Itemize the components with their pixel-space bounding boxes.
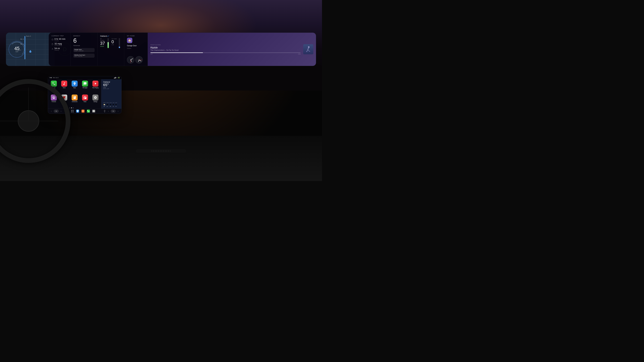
page-dot-2-active[interactable] (71, 107, 72, 108)
app-nowplaying[interactable]: Now Playing (90, 81, 100, 94)
music-app-icon (61, 81, 67, 87)
clock-hour-hand-2 (138, 60, 139, 62)
page-dot-1[interactable] (70, 107, 70, 108)
speedometer: 45 mph (8, 41, 25, 58)
calendar-day-name: Monday (73, 35, 94, 37)
carplay-weather-temp: 65° (103, 83, 120, 87)
dock-grid-button[interactable] (70, 109, 74, 113)
svg-rect-17 (71, 111, 72, 112)
clock-center-2 (139, 60, 139, 60)
nowplaying-app-icon (92, 81, 98, 87)
home-widget: My Home 🏠 Garage Door Closed (124, 33, 148, 66)
dock-keyboard-icon (92, 110, 95, 113)
clock-icon (52, 38, 54, 40)
maps-app-label: Maps (73, 87, 76, 88)
app-settings[interactable]: Settings (90, 94, 100, 108)
trip-duration-row: 0 hr 40 min Duration (52, 38, 68, 41)
nowplaying-app-label: Now Playing (92, 87, 98, 88)
now-playing-total-time: -5:53 (298, 53, 300, 55)
uv-index-bar-fill (119, 46, 120, 48)
carplay-date: Mon Jun 6 (53, 77, 58, 78)
hourly-1am: 1AM 🌧 70° (112, 102, 114, 107)
network-label: 5G (116, 77, 118, 78)
carplay-weather-widget: Oakland 65° Clear H:72° L:55° 10PM ⛅ 65°… (101, 79, 122, 109)
steering-wheel-spoke (0, 121, 58, 121)
now-playing-times: 3:07 -5:53 (150, 53, 300, 55)
settings-app-icon (92, 94, 98, 100)
air-quality-value: 37 (100, 41, 106, 45)
fan-icon-button[interactable] (103, 109, 106, 113)
carplay-weather-city: Oakland (103, 81, 120, 83)
app-radio[interactable]: Radio (80, 94, 90, 108)
trip-distance-row: 54 mi Distance (52, 47, 68, 51)
carplay-hourly-forecast: 10PM ⛅ 65° 11PM 🌥 67° 12AM 🌧 68° 1AM 🌧 (103, 102, 120, 107)
carplay-weather-desc: Clear (103, 87, 120, 88)
clock-minute-hand (131, 58, 133, 60)
svg-line-12 (307, 49, 309, 49)
calendar-event-2[interactable]: Weekly Goal Sync 2:30 – 3:30 PM (73, 54, 94, 58)
now-playing-progress-bar[interactable] (150, 52, 300, 53)
now-playing-artist: The Chainsmokers – So Far So Good (150, 49, 300, 51)
carplay-status-icons: 5G 🔋 (114, 77, 120, 78)
dock-maps[interactable] (76, 109, 79, 113)
event-2-name: Weekly Goal Sync (74, 54, 94, 56)
carplay-statusbar: 9:41 Mon Jun 6 5G 🔋 (48, 76, 122, 79)
calendar-day-number: 6 (73, 38, 94, 44)
dock-phone-icon (87, 110, 90, 113)
home-device-status: Closed (127, 48, 145, 49)
weather-grid: Air Quality 37 Good UV Index 0 Low (100, 38, 122, 48)
phone-app-icon (51, 81, 57, 87)
dock-phone[interactable] (87, 109, 90, 113)
messages-app-icon (82, 81, 88, 87)
svg-rect-4 (52, 43, 53, 44)
calendar-sub-label: Tomorrow (73, 45, 94, 46)
svg-line-10 (306, 50, 308, 51)
now-playing-info: Now Playing Riptide The Chainsmokers – S… (150, 44, 300, 55)
temp-right-increase[interactable]: › (116, 109, 120, 113)
page-dot-3[interactable] (73, 107, 74, 108)
temp-right-decrease[interactable]: ‹ (106, 109, 110, 113)
event-2-time: 2:30 – 3:30 PM (74, 56, 94, 57)
distance-value: 54 mi (54, 47, 60, 50)
app-maps[interactable]: Maps (70, 81, 80, 94)
event-1-name: Design Sync (74, 49, 94, 50)
home-icon: 🏠 (128, 39, 131, 42)
dock-photos-icon (82, 110, 84, 113)
app-messages[interactable]: Messages (80, 81, 90, 94)
messages-app-label: Messages (82, 87, 88, 88)
music-app-label: Music (63, 87, 66, 88)
svg-point-19 (83, 111, 84, 112)
radio-app-label: Radio (84, 101, 86, 102)
carplay-time: 9:41 (50, 77, 52, 78)
dock-maps-icon (76, 110, 79, 113)
trip-duration-value: 0 hr 40 min (54, 38, 66, 40)
dock-keyboard[interactable] (92, 109, 96, 113)
weather-widget: Oakland Air Quality 37 Good UV Index 0 L… (98, 33, 124, 66)
calendar-event-1[interactable]: Design Sync 10:00 – 11:00 AM (73, 48, 94, 52)
maps-app-icon (72, 81, 78, 87)
trip-duration-label: Duration (54, 40, 66, 41)
fuel-icon (52, 43, 54, 45)
audiobooks-app-icon (72, 94, 78, 100)
air-quality-bar-fill (108, 42, 109, 48)
street-label-58th: 58th St (20, 38, 24, 40)
current-trip-widget: Current Trip 0 hr 40 min Duration 32 mpg (49, 33, 70, 66)
trip-fuel-row: 32 mpg Fuel Economy (52, 42, 68, 46)
svg-rect-15 (71, 110, 72, 111)
svg-point-7 (52, 49, 53, 49)
svg-rect-18 (72, 111, 74, 112)
signal-bars (114, 77, 116, 78)
fuel-economy-label: Fuel Economy (54, 45, 62, 46)
event-1-time: 10:00 – 11:00 AM (74, 50, 94, 51)
home-widget-title: My Home (127, 35, 145, 37)
uv-index-bar (119, 38, 120, 48)
app-audiobooks[interactable]: Audiobooks (70, 94, 80, 108)
temp-right-display: 74 (111, 109, 116, 113)
dock-photos[interactable] (81, 109, 85, 113)
clock-center (130, 60, 131, 60)
now-playing-widget: Now Playing Riptide The Chainsmokers – S… (148, 33, 316, 66)
current-trip-title: Current Trip (52, 35, 68, 37)
svg-line-2 (52, 40, 53, 40)
hourly-2am: 2AM 🌧 70° (115, 102, 117, 107)
app-music[interactable]: Music (59, 81, 69, 94)
